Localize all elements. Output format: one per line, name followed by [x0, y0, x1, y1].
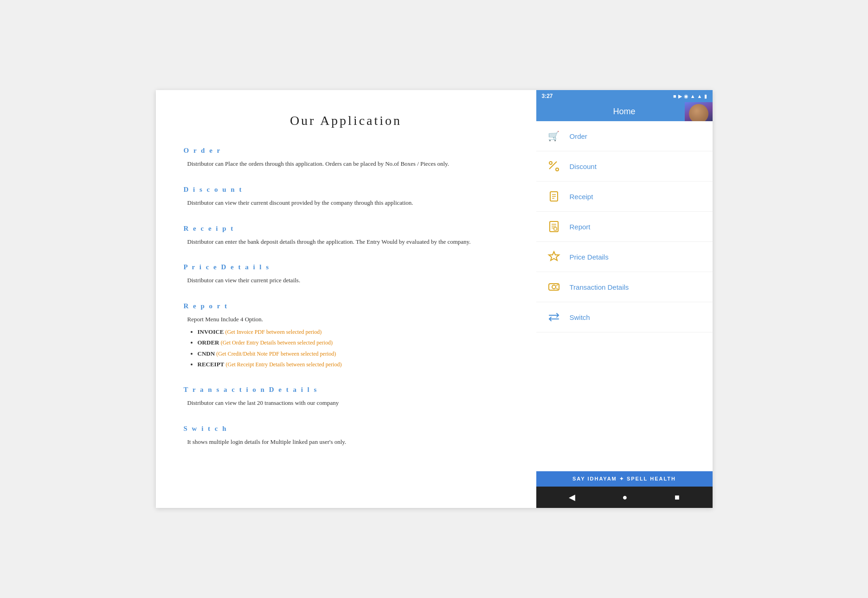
menu-label-transaction: Transaction Details — [570, 283, 629, 291]
menu-item-transaction[interactable]: Transaction Details — [536, 272, 713, 302]
menu-item-report[interactable]: Report — [536, 212, 713, 242]
section-price-details: P r i c e D e t a i l s Distributor can … — [184, 263, 508, 286]
back-button[interactable]: ◀ — [569, 492, 575, 502]
svg-marker-5 — [549, 252, 559, 260]
list-item: ORDER (Get Order Entry Details between s… — [198, 338, 508, 347]
heading-switch: S w i t c h — [184, 425, 508, 433]
menu-label-report: Report — [570, 223, 591, 231]
list-item: CNDN (Get Credit/Debit Note PDF between … — [198, 349, 508, 358]
section-discount: D i s c o u n t Distributor can view the… — [184, 186, 508, 208]
text-discount: Distributor can view their current disco… — [184, 198, 508, 208]
notification-icon: ■ — [673, 93, 676, 99]
menu-item-receipt[interactable]: Receipt — [536, 182, 713, 212]
text-report-intro: Report Menu Include 4 Option. — [184, 315, 508, 325]
battery-icon: ▮ — [704, 93, 707, 99]
status-bar: 3:27 ■ ▶ ◉ ▲ ▲ ▮ — [536, 90, 713, 102]
right-panel: 3:27 ■ ▶ ◉ ▲ ▲ ▮ Home 🛒 Order — [536, 90, 713, 508]
section-receipt: R e c e i p t Distributor can enter the … — [184, 225, 508, 247]
company-bar: SAY IDHAYAM ✦ SPELL HEALTH — [536, 471, 713, 487]
menu-item-price-details[interactable]: Price Details — [536, 242, 713, 272]
menu-label-switch: Switch — [570, 313, 590, 321]
svg-point-1 — [556, 168, 559, 171]
text-switch: It shows multiple login details for Mult… — [184, 437, 508, 447]
transaction-icon — [546, 279, 562, 295]
signal-icon: ▲ — [697, 93, 702, 99]
price-details-icon — [546, 248, 562, 265]
text-price-details: Distributor can view their current price… — [184, 276, 508, 286]
report-item-desc: (Get Order Entry Details between selecte… — [221, 339, 333, 346]
discount-icon — [546, 158, 562, 175]
page-wrapper: Our Application O r d e r Distributor ca… — [156, 90, 713, 508]
report-item-label: ORDER — [198, 339, 219, 346]
report-item-desc: (Get Receipt Entry Details between selec… — [226, 361, 342, 368]
section-report: R e p o r t Report Menu Include 4 Option… — [184, 302, 508, 369]
heading-report: R e p o r t — [184, 302, 508, 310]
menu-label-receipt: Receipt — [570, 193, 593, 201]
menu-label-order: Order — [570, 132, 587, 140]
status-icons: ■ ▶ ◉ ▲ ▲ ▮ — [673, 93, 707, 99]
menu-label-discount: Discount — [570, 162, 597, 170]
text-order: Distributor can Place the orders through… — [184, 159, 508, 169]
heading-discount: D i s c o u n t — [184, 186, 508, 194]
heading-receipt: R e c e i p t — [184, 225, 508, 233]
header-title: Home — [544, 107, 705, 117]
heading-price-details: P r i c e D e t a i l s — [184, 263, 508, 271]
wifi-icon: ▲ — [690, 93, 695, 99]
app-header: Home — [536, 102, 713, 121]
text-transaction: Distributor can view the last 20 transac… — [184, 398, 508, 408]
report-list: INVOICE (Get Invoice PDF between selecte… — [184, 327, 508, 369]
text-receipt: Distributor can enter the bank deposit d… — [184, 237, 508, 247]
report-icon — [546, 218, 562, 235]
switch-icon — [546, 309, 562, 325]
media-icon: ▶ — [678, 93, 682, 99]
list-item: INVOICE (Get Invoice PDF between selecte… — [198, 327, 508, 337]
receipt-icon — [546, 188, 562, 205]
left-panel: Our Application O r d e r Distributor ca… — [156, 90, 536, 508]
order-icon: 🛒 — [546, 128, 562, 144]
avatar-container — [685, 102, 713, 121]
avatar — [689, 104, 708, 121]
menu-item-switch[interactable]: Switch — [536, 302, 713, 332]
menu-item-order[interactable]: 🛒 Order — [536, 121, 713, 151]
home-button[interactable]: ● — [623, 493, 628, 502]
svg-point-7 — [552, 285, 556, 289]
recents-button[interactable]: ■ — [675, 493, 680, 502]
section-switch: S w i t c h It shows multiple login deta… — [184, 425, 508, 447]
svg-point-0 — [549, 162, 552, 164]
section-order: O r d e r Distributor can Place the orde… — [184, 147, 508, 169]
report-item-label: RECEIPT — [198, 361, 225, 368]
report-item-desc: (Get Invoice PDF between selected period… — [225, 329, 322, 335]
heading-order: O r d e r — [184, 147, 508, 155]
nav-bar: ◀ ● ■ — [536, 487, 713, 508]
list-item: RECEIPT (Get Receipt Entry Details betwe… — [198, 360, 508, 369]
report-item-label: INVOICE — [198, 328, 224, 335]
report-item-desc: (Get Credit/Debit Note PDF between selec… — [216, 351, 336, 357]
menu-item-discount[interactable]: Discount — [536, 151, 713, 182]
status-time: 3:27 — [542, 93, 553, 99]
page-title: Our Application — [184, 113, 508, 128]
heading-transaction: T r a n s a c t i o n D e t a i l s — [184, 386, 508, 394]
sync-icon: ◉ — [684, 93, 688, 99]
menu-label-price-details: Price Details — [570, 253, 609, 261]
drawer-menu[interactable]: 🛒 Order Discount — [536, 121, 713, 471]
section-transaction: T r a n s a c t i o n D e t a i l s Dist… — [184, 386, 508, 408]
company-name: SAY IDHAYAM ✦ SPELL HEALTH — [541, 476, 708, 482]
report-item-label: CNDN — [198, 350, 215, 357]
